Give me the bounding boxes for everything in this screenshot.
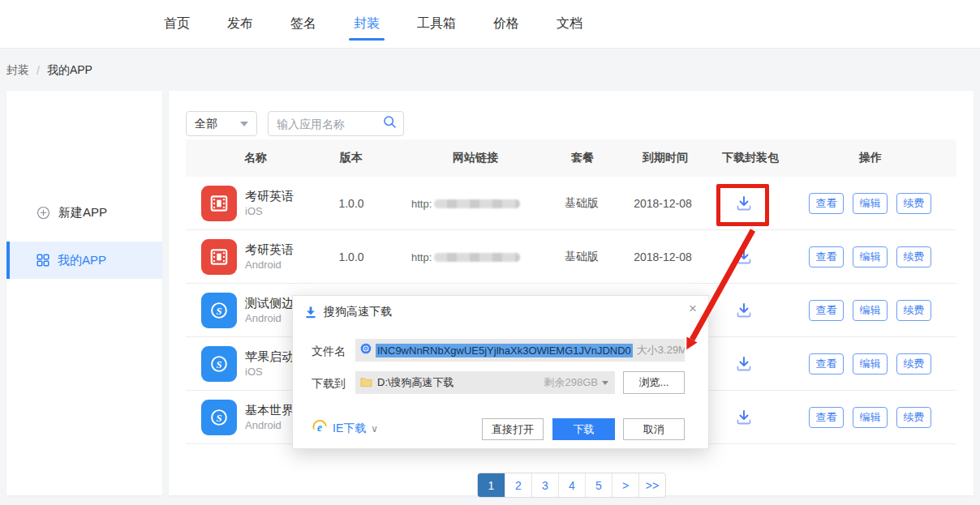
- breadcrumb: 封装 / 我的APP: [6, 63, 92, 78]
- browse-button[interactable]: 浏览...: [623, 371, 685, 394]
- app-name-block: 基本世界 Android: [245, 402, 294, 433]
- table-row: 考研英语 iOS 1.0.0 http: 基础版 2018-12-08 查看 编…: [186, 177, 956, 230]
- download-package-button[interactable]: [734, 247, 754, 267]
- chevron-down-icon: [602, 381, 608, 385]
- page-button-2[interactable]: 2: [505, 473, 531, 497]
- view-button[interactable]: 查看: [809, 193, 844, 214]
- blurred-url: [434, 199, 520, 208]
- file-size-text: 大小3.29MB: [637, 343, 685, 357]
- view-button[interactable]: 查看: [809, 353, 844, 374]
- nav-item-home[interactable]: 首页: [164, 0, 190, 48]
- renew-button[interactable]: 续费: [896, 193, 931, 214]
- blurred-url: [434, 253, 520, 262]
- top-nav: 首页 发布 签名 封装 工具箱 价格 文档: [0, 0, 980, 49]
- close-icon[interactable]: ×: [689, 302, 697, 315]
- filename-selected-text: INC9wNnRNbXgwUE5jYjlhaXk3OWlEMG1JVnJDND0: [376, 344, 633, 357]
- search-input[interactable]: [277, 118, 383, 131]
- app-name-block: 苹果启动 iOS: [245, 349, 294, 379]
- sogou-app-icon: S: [201, 346, 237, 382]
- download-package-button[interactable]: [734, 354, 754, 374]
- type-filter-dropdown[interactable]: 全部: [186, 111, 257, 136]
- renew-button[interactable]: 续费: [896, 407, 931, 428]
- destination-dropdown[interactable]: D:\搜狗高速下载 剩余298GB: [355, 371, 615, 394]
- open-directly-button[interactable]: 直接打开: [482, 418, 544, 440]
- sogou-app-icon: S: [201, 293, 237, 328]
- nav-item-docs[interactable]: 文档: [557, 0, 582, 48]
- grid-icon: [37, 254, 49, 267]
- annotation-red-box: [716, 184, 769, 226]
- row-actions: 查看 编辑 续费: [809, 193, 931, 214]
- view-button[interactable]: 查看: [809, 407, 844, 428]
- ie-download-toggle[interactable]: e IE下载 ∨: [312, 419, 378, 438]
- nav-item-label: 文档: [557, 15, 582, 32]
- nav-item-publish[interactable]: 发布: [227, 0, 253, 48]
- app-name-block: 考研英语 iOS: [245, 188, 294, 219]
- column-header-expiry: 到期时间: [643, 139, 688, 177]
- svg-text:S: S: [217, 306, 222, 317]
- download-button[interactable]: 下载: [552, 418, 615, 440]
- filename-input[interactable]: INC9wNnRNbXgwUE5jYjlhaXk3OWlEMG1JVnJDND0…: [355, 339, 685, 362]
- view-button[interactable]: 查看: [809, 246, 844, 267]
- svg-text:S: S: [217, 413, 222, 424]
- link-scheme: http:: [411, 251, 432, 263]
- nav-item-sign[interactable]: 签名: [290, 0, 316, 48]
- film-app-icon: [201, 186, 237, 221]
- website-link: http:: [411, 177, 520, 230]
- nav-item-toolbox[interactable]: 工具箱: [417, 0, 456, 48]
- breadcrumb-package-link[interactable]: 封装: [6, 63, 29, 78]
- sidebar-item-my-app[interactable]: 我的APP: [6, 242, 162, 279]
- nav-item-price[interactable]: 价格: [493, 0, 519, 48]
- renew-button[interactable]: 续费: [896, 246, 931, 267]
- nav-item-label: 封装: [354, 15, 380, 32]
- film-app-icon: [201, 239, 237, 275]
- sidebar: 新建APP 我的APP: [6, 91, 162, 495]
- website-link: http:: [411, 230, 520, 284]
- edit-button[interactable]: 编辑: [853, 193, 888, 214]
- app-platform: iOS: [245, 365, 294, 379]
- page-button-1[interactable]: 1: [478, 473, 505, 497]
- chevron-down-icon: [240, 122, 248, 126]
- sidebar-item-new-app[interactable]: 新建APP: [6, 195, 162, 230]
- sogou-app-icon: S: [201, 400, 237, 435]
- table-header: 名称 版本 网站链接 套餐 到期时间 下载封装包 操作: [186, 139, 956, 177]
- type-filter-value: 全部: [195, 117, 217, 131]
- last-page-button[interactable]: >>: [638, 473, 665, 497]
- download-icon: [304, 306, 317, 319]
- search-icon[interactable]: [383, 115, 397, 132]
- column-header-package: 套餐: [571, 139, 594, 177]
- plan-name: 基础版: [565, 230, 599, 284]
- app-root: 首页 发布 签名 封装 工具箱 价格 文档 封装 / 我的APP 新建APP 我…: [0, 0, 980, 505]
- nav-item-label: 价格: [493, 15, 519, 32]
- row-actions: 查看 编辑 续费: [809, 407, 931, 428]
- app-version: 1.0.0: [338, 230, 363, 284]
- renew-button[interactable]: 续费: [896, 300, 931, 321]
- page-button-5[interactable]: 5: [585, 473, 612, 497]
- cancel-button[interactable]: 取消: [623, 418, 685, 440]
- download-package-button[interactable]: [734, 301, 754, 320]
- table-row: 考研英语 Android 1.0.0 http: 基础版 2018-12-08 …: [186, 230, 956, 284]
- app-name-block: 考研英语 Android: [245, 242, 294, 272]
- app-platform: Android: [245, 258, 294, 272]
- column-header-name: 名称: [244, 139, 267, 177]
- row-actions: 查看 编辑 续费: [809, 353, 931, 374]
- app-name: 基本世界: [245, 402, 294, 418]
- plan-name: 基础版: [565, 177, 599, 230]
- download-package-button[interactable]: [734, 408, 754, 427]
- column-header-link: 网站链接: [453, 139, 498, 177]
- destination-label: 下载到: [312, 377, 346, 392]
- edit-button[interactable]: 编辑: [853, 407, 888, 428]
- view-button[interactable]: 查看: [809, 300, 844, 321]
- nav-item-package[interactable]: 封装: [354, 0, 380, 48]
- edit-button[interactable]: 编辑: [853, 353, 888, 374]
- edit-button[interactable]: 编辑: [853, 300, 888, 321]
- destination-path: D:\搜狗高速下载: [377, 375, 454, 390]
- next-page-button[interactable]: >: [612, 473, 638, 497]
- file-type-icon: [360, 343, 372, 357]
- pagination: 1 2 3 4 5 > >>: [477, 473, 666, 498]
- ie-icon: e: [312, 419, 328, 438]
- edit-button[interactable]: 编辑: [853, 246, 888, 267]
- page-button-4[interactable]: 4: [558, 473, 585, 497]
- sogou-download-dialog: 搜狗高速下载 × 文件名 INC9wNnRNbXgwUE5jYjlhaXk3OW…: [292, 295, 709, 449]
- renew-button[interactable]: 续费: [896, 353, 931, 374]
- page-button-3[interactable]: 3: [531, 473, 558, 497]
